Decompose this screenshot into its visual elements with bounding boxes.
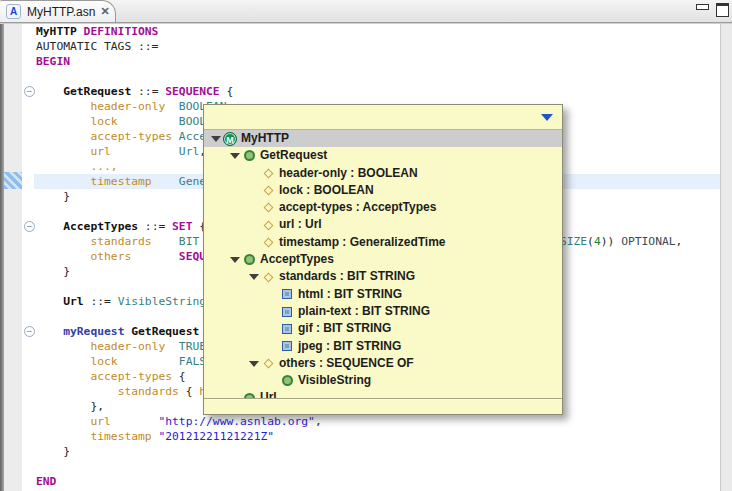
bit-icon [279, 324, 295, 334]
tree-item-label: lock : BOOLEAN [279, 182, 374, 199]
code-line[interactable] [36, 459, 682, 474]
code-token: ..., [90, 160, 117, 173]
bit-glyph [282, 341, 292, 351]
code-token [152, 235, 179, 248]
tree-item-label: standards : BIT STRING [279, 268, 415, 285]
tab-myhttp-asn[interactable]: A MyHTTP.asn ✕ [0, 0, 116, 22]
outline-tree-item[interactable]: jpeg : BIT STRING [204, 338, 562, 355]
expand-triangle-icon[interactable] [229, 153, 241, 159]
code-line[interactable]: timestamp "20121221121221Z" [36, 429, 682, 444]
field-icon [260, 222, 276, 229]
outline-tree-item[interactable]: url : Url [204, 216, 562, 233]
code-token: AUTOMATIC TAGS ::= [36, 40, 158, 53]
code-token: { [172, 370, 186, 383]
code-token [118, 115, 179, 128]
fold-collapse-icon[interactable]: − [24, 326, 35, 337]
code-line[interactable]: GetRequest ::= SEQUENCE { [36, 84, 682, 99]
code-line[interactable]: url "http://www.asnlab.org", [36, 414, 682, 429]
code-token: , [315, 415, 322, 428]
code-token: timestamp [90, 430, 151, 443]
code-token: TRUE [179, 340, 206, 353]
outline-tree-item[interactable]: timestamp : GeneralizedTime [204, 234, 562, 251]
chevron-down-icon [249, 361, 259, 367]
outline-tree-item[interactable]: standards : BIT STRING [204, 268, 562, 285]
code-token: accept-types [90, 130, 172, 143]
outline-tree-item[interactable]: html : BIT STRING [204, 286, 562, 303]
code-token [131, 250, 179, 263]
code-token: others [90, 250, 131, 263]
tree-item-label: MyHTTP [241, 130, 289, 147]
field-glyph [263, 186, 273, 196]
expand-triangle-icon[interactable] [229, 257, 241, 263]
code-token: BEGIN [36, 55, 70, 68]
code-line[interactable]: BEGIN [36, 54, 682, 69]
chevron-down-icon [249, 274, 259, 280]
code-line[interactable] [36, 69, 682, 84]
expand-triangle-icon[interactable] [248, 274, 260, 280]
code-token: standards [118, 385, 179, 398]
code-line[interactable]: } [36, 444, 682, 459]
expand-triangle-icon[interactable] [210, 136, 222, 142]
outline-tree-item[interactable]: plain-text : BIT STRING [204, 303, 562, 320]
bit-glyph [282, 289, 292, 299]
code-token: Url [63, 295, 83, 308]
field-icon [260, 274, 276, 281]
code-token [36, 250, 90, 263]
code-line[interactable]: AUTOMATIC TAGS ::= [36, 39, 682, 54]
outline-tree-item[interactable]: GetRequest [204, 147, 562, 164]
bit-glyph [282, 307, 292, 317]
code-token: header-only [90, 340, 165, 353]
code-token [36, 115, 90, 128]
code-token [36, 415, 90, 428]
annotation-ruler[interactable] [4, 24, 22, 491]
field-icon [260, 170, 276, 177]
tree-item-label: header-only : BOOLEAN [279, 165, 418, 182]
code-token [36, 175, 90, 188]
code-token: timestamp [90, 175, 151, 188]
tree-item-label: plain-text : BIT STRING [298, 303, 430, 320]
minimize-view-icon[interactable] [696, 4, 709, 10]
fold-collapse-icon[interactable]: − [24, 221, 35, 232]
code-token: header-only [90, 100, 165, 113]
code-token: SET [172, 220, 192, 233]
fold-collapse-icon[interactable]: − [24, 86, 35, 97]
code-token [36, 385, 118, 398]
code-token: } [36, 190, 70, 203]
popup-menu-icon[interactable] [541, 114, 553, 121]
expand-triangle-icon[interactable] [248, 361, 260, 367]
outline-tree-item[interactable]: accept-types : AcceptTypes [204, 199, 562, 216]
code-token: OPTIONAL [621, 235, 675, 248]
code-token: lock [90, 355, 117, 368]
code-token [165, 340, 179, 353]
chevron-down-icon [230, 257, 240, 263]
bit-icon [279, 341, 295, 351]
code-token [118, 355, 179, 368]
ide-window: A MyHTTP.asn ✕ −−− MyHTTP DEFINITIONSAUT… [0, 0, 732, 491]
outline-tree-item[interactable]: gif : BIT STRING [204, 320, 562, 337]
maximize-view-icon[interactable] [716, 3, 729, 17]
code-token: GetRequest [131, 325, 199, 338]
tree-item-label: timestamp : GeneralizedTime [279, 234, 446, 251]
code-line[interactable]: MyHTTP DEFINITIONS [36, 24, 682, 39]
field-icon [260, 239, 276, 246]
tree-item-label: others : SEQUENCE OF [279, 355, 414, 372]
tree-item-label: jpeg : BIT STRING [298, 338, 401, 355]
outline-tree-item[interactable]: AcceptTypes [204, 251, 562, 268]
code-token: myRequest [63, 325, 124, 338]
type-icon [279, 375, 295, 386]
code-line[interactable]: END [36, 474, 682, 489]
code-token: ::= [84, 295, 118, 308]
bit-icon [279, 307, 295, 317]
outline-tree-item[interactable]: VisibleString [204, 372, 562, 389]
outline-filter-bar[interactable] [204, 105, 562, 130]
code-token [36, 340, 90, 353]
field-glyph [263, 237, 273, 247]
module-icon: M [222, 132, 238, 146]
outline-tree-item[interactable]: lock : BOOLEAN [204, 182, 562, 199]
outline-tree-item[interactable]: others : SEQUENCE OF [204, 355, 562, 372]
outline-tree-item[interactable]: header-only : BOOLEAN [204, 165, 562, 182]
code-token [36, 430, 90, 443]
outline-tree-item[interactable]: MMyHTTP [204, 130, 562, 147]
tab-close-icon[interactable]: ✕ [100, 5, 109, 18]
overview-ruler[interactable] [720, 24, 732, 491]
